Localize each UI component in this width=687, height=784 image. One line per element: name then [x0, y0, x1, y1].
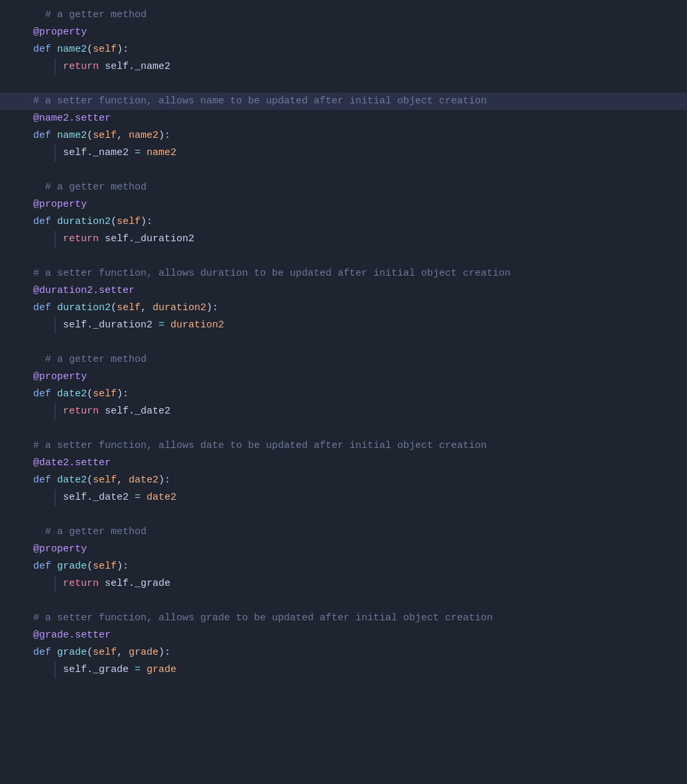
self-attr: self._date2	[63, 490, 135, 506]
paren: ,	[117, 128, 129, 144]
func-name: name2	[57, 128, 87, 144]
code-line: # a getter method	[0, 351, 687, 368]
code-line: @property	[0, 196, 687, 213]
paren: )	[158, 128, 164, 144]
decorator-text: @grade.setter	[33, 628, 111, 644]
comment-text: # a getter method	[33, 524, 147, 540]
code-line: @duration2.setter	[0, 282, 687, 300]
comment-text: # a getter method	[33, 180, 147, 196]
value: date2	[147, 490, 176, 506]
func-name: grade	[57, 645, 87, 661]
colon: :	[123, 559, 129, 575]
equals: =	[135, 490, 147, 506]
keyword: def	[33, 473, 57, 488]
paren: )	[117, 42, 123, 58]
indent-space	[33, 317, 63, 333]
paren: (	[111, 214, 117, 230]
param: date2	[129, 473, 158, 488]
code-line: def date2(self, date2):	[0, 472, 687, 489]
code-line: # a getter method	[0, 524, 687, 541]
param: self	[93, 42, 117, 58]
paren: (	[111, 300, 117, 316]
paren: (	[87, 42, 93, 58]
keyword: def	[33, 300, 57, 316]
paren: ,	[141, 300, 153, 316]
indent-bar	[54, 317, 56, 334]
paren: (	[87, 645, 93, 661]
comment-text: # a setter function, allows date to be u…	[33, 438, 487, 454]
colon: :	[147, 214, 153, 230]
code-line: # a setter function, allows duration to …	[0, 265, 687, 282]
code-line: self._duration2 = duration2	[0, 317, 687, 334]
indent-space	[33, 231, 63, 247]
code-line: return self._date2	[0, 403, 687, 420]
code-editor: # a getter method @property def name2(se…	[0, 0, 687, 784]
code-line: def name2(self):	[0, 41, 687, 58]
comment-text: # a setter function, allows name to be u…	[33, 93, 487, 109]
paren: )	[141, 214, 147, 230]
decorator-text: @property	[33, 25, 87, 40]
colon: :	[212, 300, 218, 316]
param: name2	[129, 128, 158, 144]
keyword: def	[33, 214, 57, 230]
code-line: return self._name2	[0, 58, 687, 76]
code-line: def duration2(self, duration2):	[0, 300, 687, 317]
code-line: def date2(self):	[0, 386, 687, 403]
paren: (	[87, 473, 93, 488]
param: self	[117, 214, 141, 230]
indent-space	[33, 59, 63, 75]
code-line-empty	[0, 506, 687, 524]
keyword: def	[33, 386, 57, 402]
keyword-return: return	[63, 404, 105, 420]
paren: (	[87, 559, 93, 575]
param: self	[93, 128, 117, 144]
comment-text: # a getter method	[33, 7, 147, 23]
self-attr: self._grade	[105, 576, 170, 592]
decorator-text: @duration2.setter	[33, 283, 135, 299]
value: duration2	[170, 317, 224, 333]
colon: :	[164, 128, 170, 144]
code-line: return self._grade	[0, 575, 687, 592]
code-line: @grade.setter	[0, 627, 687, 644]
param: duration2	[153, 300, 206, 316]
keyword-return: return	[63, 231, 105, 247]
indent-bar	[54, 575, 56, 592]
equals: =	[135, 662, 147, 678]
decorator-text: @name2.setter	[33, 111, 111, 127]
decorator-text: @property	[33, 197, 87, 213]
func-name: name2	[57, 42, 87, 58]
indent-space	[33, 145, 63, 161]
indent-bar	[54, 58, 56, 76]
code-line-empty	[0, 420, 687, 437]
colon: :	[123, 42, 129, 58]
paren: )	[158, 473, 164, 488]
param: grade	[129, 645, 158, 661]
paren: (	[87, 386, 93, 402]
comment-text: # a getter method	[33, 352, 147, 368]
decorator-text: @property	[33, 369, 87, 385]
value: name2	[147, 145, 176, 161]
self-attr: self._name2	[105, 59, 170, 75]
code-line-empty	[0, 334, 687, 351]
code-line: @date2.setter	[0, 455, 687, 472]
keyword-return: return	[63, 59, 105, 75]
self-attr: self._duration2	[63, 317, 158, 333]
code-line: self._grade = grade	[0, 661, 687, 679]
self-attr: self._duration2	[105, 231, 194, 247]
code-line: def name2(self, name2):	[0, 127, 687, 144]
code-line: def grade(self, grade):	[0, 644, 687, 661]
keyword: def	[33, 128, 57, 144]
indent-space	[33, 404, 63, 420]
code-line-empty	[0, 162, 687, 179]
indent-bar	[54, 403, 56, 420]
code-line: self._name2 = name2	[0, 144, 687, 162]
code-line: # a setter function, allows grade to be …	[0, 610, 687, 627]
paren: )	[158, 645, 164, 661]
value: grade	[147, 662, 176, 678]
keyword: def	[33, 645, 57, 661]
code-line: # a getter method	[0, 179, 687, 196]
self-attr: self._name2	[63, 145, 135, 161]
code-line: self._date2 = date2	[0, 489, 687, 506]
comment-text: # a setter function, allows duration to …	[33, 266, 511, 282]
func-name: grade	[57, 559, 87, 575]
